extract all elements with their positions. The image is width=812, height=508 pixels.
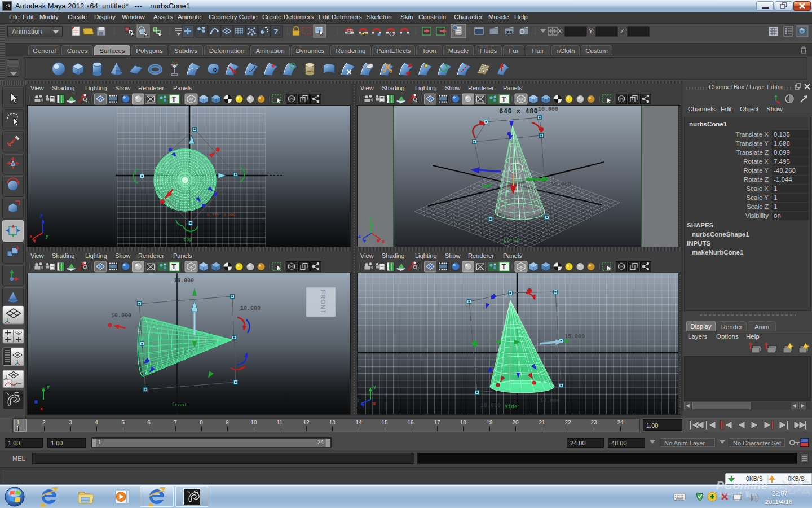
svg-text:15.000: 15.000 <box>174 278 194 284</box>
svg-text:Y:: Y: <box>589 28 594 34</box>
svg-text:y: y <box>46 233 48 239</box>
svg-text:persp: persp <box>504 237 520 243</box>
svg-text:15.000: 15.000 <box>564 334 585 340</box>
svg-text:10.000: 10.000 <box>480 402 501 409</box>
svg-text:T: T <box>502 95 506 103</box>
svg-text:y: y <box>373 384 376 389</box>
svg-text:FRONT: FRONT <box>320 290 326 314</box>
svg-text:?: ? <box>273 27 279 36</box>
svg-text:10.000: 10.000 <box>540 398 560 404</box>
svg-text:0.135 0.099: 0.135 0.099 <box>207 213 235 217</box>
svg-text:IPR: IPR <box>506 30 513 34</box>
svg-text:x: x <box>29 233 32 239</box>
svg-text:T: T <box>172 95 176 103</box>
svg-text:10.000: 10.000 <box>111 313 131 319</box>
svg-text:Z:: Z: <box>620 28 626 34</box>
svg-text:x: x <box>382 239 385 244</box>
svg-text:y: y <box>369 214 372 220</box>
svg-text:side: side <box>505 404 518 410</box>
svg-text:X:: X: <box>558 28 563 34</box>
svg-text:y: y <box>47 384 50 389</box>
svg-text:10.000: 10.000 <box>240 305 261 312</box>
svg-text:10.000: 10.000 <box>551 181 571 187</box>
svg-text:front: front <box>171 402 188 408</box>
svg-text:T: T <box>502 263 506 271</box>
svg-text:10.000: 10.000 <box>538 106 558 112</box>
svg-text:z: z <box>358 233 361 239</box>
svg-text:top: top <box>183 237 192 243</box>
svg-text:x: x <box>373 401 376 406</box>
svg-text:z: z <box>40 213 43 218</box>
svg-text:x: x <box>40 406 43 411</box>
svg-text:T: T <box>172 263 176 271</box>
svg-text:640 x 480: 640 x 480 <box>499 108 538 116</box>
